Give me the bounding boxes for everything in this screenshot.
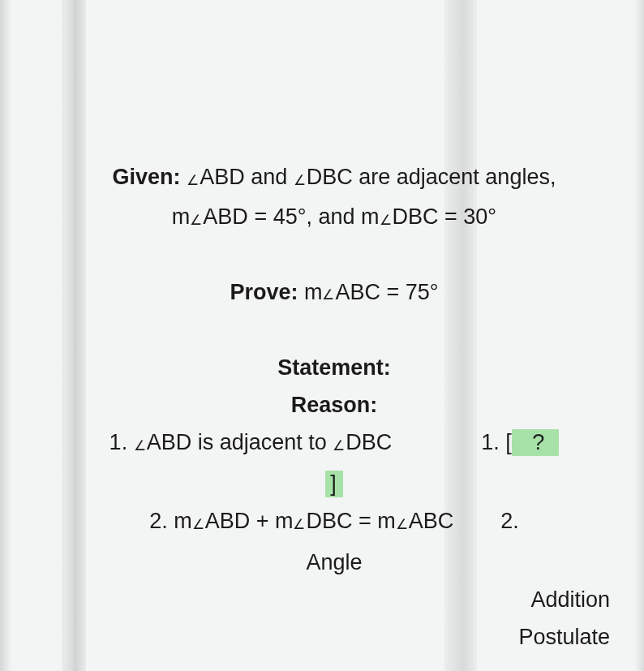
row2-reason-word1: Angle (306, 550, 362, 574)
prove-prefix: m (298, 280, 322, 304)
prove-line: Prove: m∠ABC = 75° (50, 274, 618, 314)
angle-symbol: ∠ (333, 428, 345, 465)
row2-angle1: ABD (205, 509, 251, 533)
reason-header: Reason: (291, 393, 378, 417)
page-shadow-left (0, 0, 15, 671)
row1-reason-close[interactable]: ] (325, 471, 343, 497)
row1-number: 1. (109, 430, 134, 454)
measure-prefix: m (172, 204, 191, 229)
row1-angle1: ABD (147, 430, 192, 454)
given-line-1: Given: ∠ABD and ∠DBC are adjacent angles… (50, 159, 618, 199)
column-headers: Statement: Reason: (50, 349, 618, 424)
given-label: Given: (113, 165, 181, 189)
angle-symbol: ∠ (396, 506, 408, 544)
page-shadow-right (633, 0, 644, 671)
row2-number: 2. m (149, 509, 192, 533)
given-after: are adjacent angles, (353, 165, 556, 189)
angle-abd-2: ABD (203, 204, 248, 229)
row2-eq: = m (353, 509, 396, 533)
angle-symbol: ∠ (294, 163, 306, 199)
angle-abd: ABD (200, 165, 245, 189)
row2-reason-number: 2. (500, 509, 519, 533)
page-content: Given: ∠ABD and ∠DBC are adjacent angles… (28, 0, 616, 671)
row1-reason-open: [ (505, 430, 512, 454)
given-line-2: m∠ABD = 45°, and m∠DBC = 30° (50, 199, 618, 239)
statement-header: Statement: (277, 355, 391, 380)
measure-eq1: = 45°, and m (248, 204, 380, 229)
angle-symbol: ∠ (322, 277, 334, 313)
angle-dbc: DBC (307, 165, 353, 189)
proof-row-2: 2. m∠ABD + m∠DBC = m∠ABC2.Angle (50, 502, 618, 581)
angle-dbc-2: DBC (393, 204, 439, 229)
measure-eq2: = 30° (439, 204, 497, 229)
angle-abc: ABC (335, 280, 380, 304)
angle-symbol: ∠ (380, 203, 392, 239)
row2-reason-word3: Postulate (518, 625, 610, 649)
row1-reason-number: 1. (481, 430, 505, 454)
angle-symbol: ∠ (187, 163, 199, 199)
angle-symbol: ∠ (190, 203, 202, 239)
given-between: and (245, 165, 294, 189)
angle-symbol: ∠ (293, 506, 305, 544)
proof-body: Given: ∠ABD and ∠DBC are adjacent angles… (50, 159, 618, 656)
row2-reason-word2: Addition (530, 587, 610, 612)
prove-label: Prove: (230, 280, 298, 304)
proof-row-2-reason-continued: Addition Postulate (50, 581, 618, 656)
angle-symbol: ∠ (134, 428, 146, 465)
angle-symbol: ∠ (192, 506, 204, 544)
row2-plus: + m (250, 509, 293, 533)
row1-mid: is adjacent to (191, 430, 333, 454)
prove-suffix: = 75° (380, 280, 439, 304)
row2-angle2: DBC (306, 509, 352, 533)
row1-reason-blank[interactable]: ? (512, 429, 560, 456)
row2-angle3: ABC (409, 509, 454, 533)
proof-row-1: 1. ∠ABD is adjacent to ∠DBC1. [ ? ] (50, 424, 618, 502)
row1-angle2: DBC (346, 430, 392, 454)
